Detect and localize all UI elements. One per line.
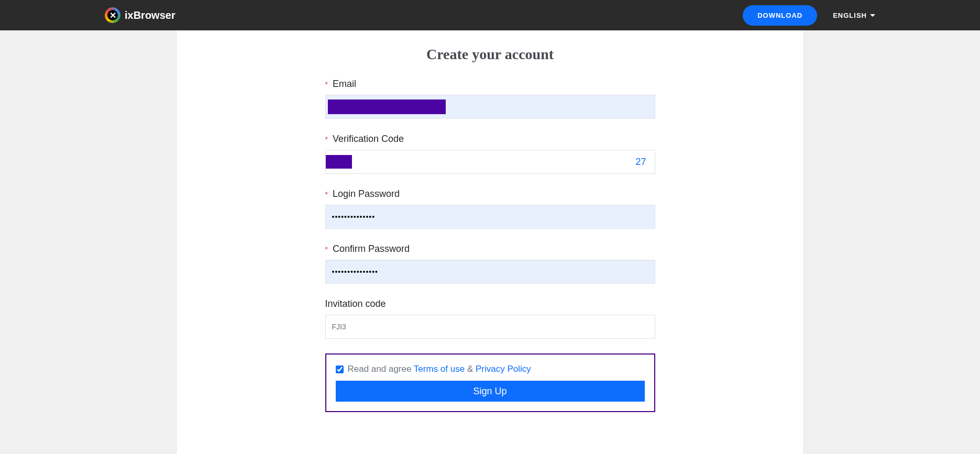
- login-password-group: * Login Password: [325, 189, 655, 229]
- verification-group: * Verification Code 27: [325, 134, 655, 174]
- signup-button[interactable]: Sign Up: [336, 381, 645, 402]
- verification-label: * Verification Code: [325, 134, 655, 145]
- required-indicator: *: [325, 135, 328, 143]
- page-title: Create your account: [177, 46, 803, 63]
- invitation-group: Invitation code: [325, 298, 655, 339]
- email-group: * Email: [325, 79, 655, 119]
- logo-section[interactable]: ixBrowser: [105, 7, 175, 23]
- agreement-row: Read and agree Terms of use & Privacy Po…: [336, 364, 645, 374]
- email-field[interactable]: [325, 95, 655, 119]
- download-button[interactable]: DOWNLOAD: [743, 5, 817, 26]
- agreement-checkbox[interactable]: [336, 366, 344, 373]
- email-label: * Email: [325, 79, 655, 90]
- logo-icon: [105, 7, 120, 23]
- invitation-field[interactable]: [325, 315, 655, 339]
- privacy-link[interactable]: Privacy Policy: [476, 364, 531, 374]
- invitation-label: Invitation code: [325, 298, 655, 309]
- language-label: ENGLISH: [833, 12, 867, 19]
- login-password-label: * Login Password: [325, 189, 655, 200]
- brand-name: ixBrowser: [125, 9, 175, 21]
- confirm-password-field[interactable]: [325, 260, 655, 284]
- verification-countdown[interactable]: 27: [635, 157, 646, 168]
- main-container: Create your account * Email * Verificati…: [177, 30, 803, 454]
- agreement-text: Read and agree Terms of use & Privacy Po…: [348, 364, 531, 374]
- login-password-field[interactable]: [325, 205, 655, 229]
- chevron-down-icon: [870, 14, 875, 17]
- redacted-verification-content[interactable]: [326, 155, 352, 169]
- agreement-highlight-box: Read and agree Terms of use & Privacy Po…: [325, 353, 655, 412]
- main-header: ixBrowser DOWNLOAD ENGLISH: [0, 0, 980, 30]
- required-indicator: *: [325, 190, 328, 198]
- confirm-password-label: * Confirm Password: [325, 243, 655, 254]
- confirm-password-group: * Confirm Password: [325, 243, 655, 284]
- required-indicator: *: [325, 245, 328, 253]
- signup-form: * Email * Verification Code 27 * Login P…: [325, 79, 655, 412]
- language-selector[interactable]: ENGLISH: [833, 12, 875, 19]
- required-indicator: *: [325, 80, 328, 88]
- redacted-email-content: [328, 99, 446, 114]
- header-right: DOWNLOAD ENGLISH: [743, 5, 875, 26]
- verification-field-row: 27: [325, 150, 655, 174]
- terms-link[interactable]: Terms of use: [414, 364, 465, 374]
